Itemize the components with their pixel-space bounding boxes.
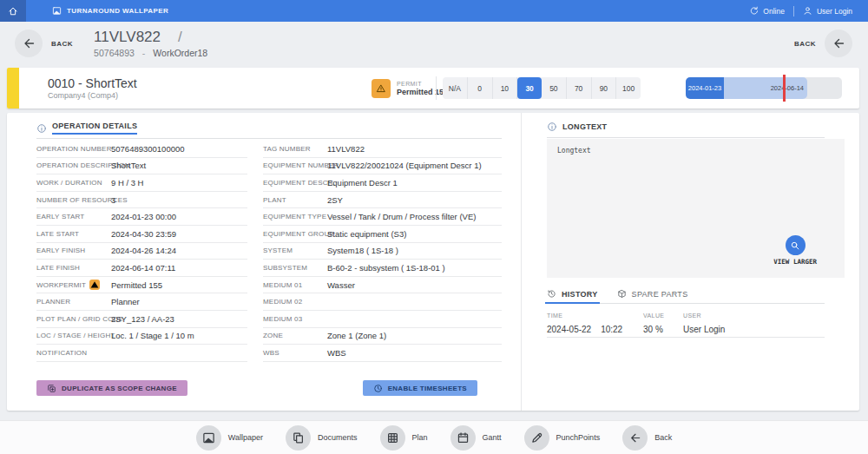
operation-title: 0010 - ShortText (48, 76, 137, 90)
user-login[interactable]: User Login (803, 6, 852, 16)
back-button[interactable] (15, 30, 43, 57)
online-label: Online (763, 7, 785, 16)
page-subtitle: 50764893 - WorkOrder18 (94, 48, 207, 58)
tab-history[interactable]: HISTORY (547, 289, 598, 299)
field-value: B-60-2 - subsystem ( 1S-18-01 ) (327, 263, 445, 273)
col-value: VALUE (643, 313, 683, 319)
field-value: 11VLV822/20021024 (Equipment Descr 1) (327, 161, 482, 170)
longtext-panel: LONGTEXT Longtext VIEW LARGER HISTORY (522, 113, 859, 411)
field-row-equipment-type: EQUIPMENT TYPEVessel / Tank / Drum / Pro… (263, 208, 502, 226)
tab-spare-parts[interactable]: SPARE PARTS (617, 289, 688, 299)
view-larger-button[interactable] (786, 235, 806, 255)
clock-icon (373, 384, 383, 393)
operation-company: Company4 (Comp4) (48, 91, 137, 100)
field-row-loc-stage-height: LOC / STAGE / HEIGHTLoc. 1 / Stage 1 / 1… (36, 328, 247, 345)
progress-option-10[interactable]: 10 (493, 77, 518, 99)
longtext-content[interactable]: Longtext VIEW LARGER (547, 139, 845, 278)
wallpaper-icon (202, 431, 215, 444)
field-value: Loc. 1 / Stage 1 / 10 m (111, 331, 194, 340)
main-card: OPERATION DETAILS OPERATION NUMBER507648… (7, 113, 859, 411)
toolbar-label: Gantt (483, 433, 502, 442)
permit-label: PERMIT (397, 81, 448, 87)
back-arrow-icon (22, 36, 36, 50)
toolbar-label: PunchPoints (556, 433, 601, 442)
field-value: ShortText (111, 161, 146, 170)
field-label: OPERATION NUMBER (36, 145, 111, 153)
toolbar-label: Documents (318, 433, 358, 442)
gantt-icon (457, 431, 470, 444)
field-label: EQUIPMENT NUMBER (263, 161, 327, 169)
date-range-band[interactable]: 2024-06-14 (724, 77, 807, 99)
progress-option-70[interactable]: 70 (567, 77, 592, 99)
toolbar-documents-button[interactable]: Documents (286, 425, 358, 451)
progress-option-0[interactable]: 0 (468, 77, 493, 99)
bottom-toolbar: WallpaperDocumentsPlanGanttPunchPointsBa… (0, 420, 868, 454)
top-bar-right: Online User Login (749, 6, 868, 16)
field-row-number-of-resources: NUMBER OF RESOURCES3 (36, 192, 247, 209)
home-button[interactable] (0, 0, 26, 22)
history-time: 2024-05-2210:22 (547, 325, 643, 334)
col-user: USER (683, 313, 825, 319)
field-value: Wasser (327, 280, 355, 290)
progress-selector: N/A01030507090100 (443, 77, 641, 99)
date-range-slider[interactable]: 2024-01-23 2024-06-14 (686, 77, 842, 99)
history-table: TIME VALUE USER 2024-05-2210:2230 %User … (547, 308, 825, 338)
progress-option-n-a[interactable]: N/A (443, 77, 468, 99)
enable-timesheets-button[interactable]: ENABLE TIMESHEETS (363, 380, 477, 396)
field-label: PLOT PLAN / GRID CODE (36, 315, 111, 323)
toolbar-punchpoints-button[interactable]: PunchPoints (524, 425, 601, 451)
field-row-notification: NOTIFICATION (36, 345, 247, 362)
order-number: 50764893 (94, 48, 135, 58)
field-label: TAG NUMBER (263, 145, 327, 153)
history-user: User Login (683, 325, 825, 334)
field-row-late-finish: LATE FINISH2024-06-14 07:11 (36, 260, 247, 277)
tab-history-label: HISTORY (562, 290, 598, 299)
back-button-right[interactable] (825, 30, 852, 57)
progress-option-90[interactable]: 90 (592, 77, 617, 99)
permit-value: Permitted 155 (397, 88, 448, 96)
field-row-late-start: LATE START2024-04-30 23:59 (36, 226, 247, 243)
history-value: 30 % (643, 325, 683, 334)
field-row-zone: ZONEZone 1 (Zone 1) (263, 328, 502, 345)
field-row-equipment-number: EQUIPMENT NUMBER11VLV822/20021024 (Equip… (263, 158, 502, 175)
tab-spare-parts-label: SPARE PARTS (632, 290, 688, 299)
progress-option-100[interactable]: 100 (616, 77, 641, 99)
col-time: TIME (547, 313, 643, 319)
progress-option-30[interactable]: 30 (517, 77, 542, 99)
current-date-marker[interactable] (783, 75, 786, 102)
title-separator: / (178, 29, 182, 46)
online-status[interactable]: Online (749, 6, 785, 16)
field-value: 9 H / 3 H (111, 178, 144, 188)
nav-right: BACK (786, 30, 852, 57)
toolbar-label: Back (654, 433, 672, 442)
history-icon (547, 289, 556, 299)
field-label: MEDIUM 02 (263, 298, 327, 306)
search-icon (790, 240, 800, 251)
user-icon (803, 6, 812, 16)
pen-icon (530, 431, 543, 444)
app-window: TURNAROUND WALLPAPER Online User Login B… (0, 0, 868, 454)
field-value: 2SY_123 / AA-23 (111, 314, 174, 324)
duplicate-scope-change-button[interactable]: DUPLICATE AS SCOPE CHANGE (36, 380, 187, 396)
field-label: LOC / STAGE / HEIGHT (36, 332, 111, 339)
field-label: OPERATION DESCRIPTION (36, 161, 111, 169)
details-column-2: TAG NUMBER11VLV822EQUIPMENT NUMBER11VLV8… (263, 141, 502, 362)
toolbar-plan-button[interactable]: Plan (380, 425, 428, 451)
details-column-1: OPERATION NUMBER5076489300100000OPERATIO… (36, 141, 247, 362)
top-bar-divider (793, 6, 794, 16)
field-label: PLANNER (36, 298, 111, 306)
field-value: 2024-06-14 07:11 (111, 263, 175, 273)
date-start-chip[interactable]: 2024-01-23 (686, 77, 724, 99)
arrow-left-icon (628, 431, 641, 444)
progress-option-50[interactable]: 50 (542, 77, 567, 99)
toolbar-wallpaper-button[interactable]: Wallpaper (196, 425, 263, 451)
field-label: NOTIFICATION (36, 349, 111, 357)
field-label: EQUIPMENT TYPE (263, 213, 327, 220)
app-title-area: TURNAROUND WALLPAPER (52, 6, 168, 16)
details-actions: DUPLICATE AS SCOPE CHANGE ENABLE TIMESHE… (36, 380, 499, 396)
toolbar-label: Wallpaper (228, 433, 263, 442)
field-label: EQUIPMENT GROUP (263, 230, 327, 238)
toolbar-back-button[interactable]: Back (622, 425, 672, 451)
toolbar-gantt-button[interactable]: Gantt (450, 425, 502, 451)
longtext-text: Longtext (557, 147, 591, 155)
